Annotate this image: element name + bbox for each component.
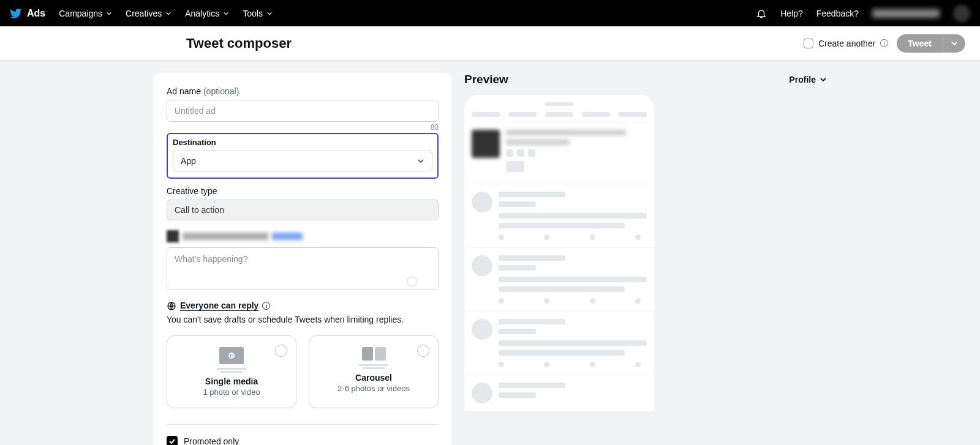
nav-help[interactable]: Help? — [780, 9, 803, 18]
skeleton-avatar — [472, 192, 492, 212]
carousel-thumb-icon — [375, 347, 386, 361]
chevron-down-icon — [106, 10, 112, 17]
destination-section-highlighted: Destination App — [167, 133, 439, 179]
skeleton-avatar — [472, 255, 492, 276]
media-carousel-sub: 2-6 photos or videos — [317, 384, 431, 393]
promoted-only-toggle[interactable]: Promoted only — [167, 436, 439, 445]
profile-selector-label: Profile — [789, 75, 816, 84]
reply-settings[interactable]: Everyone can reply i — [167, 301, 439, 311]
avatar[interactable] — [953, 5, 970, 22]
preview-column: Preview Profile — [464, 73, 827, 411]
skeleton-tweet — [464, 375, 654, 411]
destination-select[interactable]: App — [173, 151, 432, 171]
info-icon[interactable]: i — [262, 302, 270, 310]
account-line — [167, 230, 439, 242]
media-options: Single media 1 photo or video Carousel 2… — [167, 335, 439, 408]
destination-label: Destination — [173, 138, 432, 147]
account-handle-redacted — [272, 233, 303, 240]
chevron-down-icon — [223, 10, 229, 17]
form-card: Ad name (optional) 80 Destination App Cr… — [153, 73, 452, 445]
skeleton-avatar — [472, 383, 492, 403]
reply-settings-help: You can't save drafts or schedule Tweets… — [167, 315, 439, 324]
radio-unchecked[interactable] — [275, 345, 287, 357]
skeleton-tweet — [464, 122, 654, 184]
preview-header: Preview Profile — [464, 73, 827, 86]
account-avatar-redacted — [167, 230, 179, 242]
ad-name-input[interactable] — [167, 100, 439, 122]
nav-analytics-label: Analytics — [185, 9, 219, 18]
nav-analytics[interactable]: Analytics — [185, 9, 229, 18]
ad-name-label: Ad name (optional) — [167, 86, 439, 96]
carousel-thumb-icon — [362, 347, 373, 361]
creative-type-value: Call to action — [167, 200, 439, 220]
media-single-title: Single media — [175, 376, 288, 386]
top-nav-right: Help? Feedback? — [756, 5, 970, 22]
device-tabs-skeleton — [464, 110, 654, 122]
info-icon[interactable]: i — [880, 39, 888, 47]
promoted-only-label: Promoted only — [184, 436, 239, 445]
ad-name-char-count: 80 — [167, 123, 439, 132]
bell-icon[interactable] — [756, 8, 767, 19]
char-progress-circle — [407, 276, 418, 287]
chevron-down-icon — [951, 40, 958, 47]
top-nav-left: Ads Campaigns Creatives Analytics Tools — [10, 7, 273, 20]
media-carousel-title: Carousel — [317, 373, 431, 383]
subheader-right: Create another i Tweet — [804, 34, 965, 53]
account-name-redacted — [872, 9, 940, 18]
tweet-button-group: Tweet — [897, 34, 965, 53]
media-option-carousel[interactable]: Carousel 2-6 photos or videos — [309, 335, 439, 408]
page-title: Tweet composer — [186, 36, 292, 51]
account-name-redacted — [183, 233, 268, 240]
nav-tools[interactable]: Tools — [243, 9, 273, 18]
tweet-text-input[interactable] — [167, 247, 439, 290]
skeleton-tweet — [464, 184, 654, 248]
content-inner: Ad name (optional) 80 Destination App Cr… — [153, 73, 827, 445]
check-icon — [168, 438, 176, 445]
tweet-button[interactable]: Tweet — [897, 34, 943, 53]
ad-name-optional: (optional) — [203, 86, 239, 96]
nav-tools-label: Tools — [243, 9, 263, 18]
create-another-toggle[interactable]: Create another i — [804, 39, 888, 48]
ad-name-label-text: Ad name — [167, 86, 201, 96]
subheader: Tweet composer Create another i Tweet — [0, 26, 980, 61]
twitter-bird-icon — [10, 7, 22, 20]
divider — [167, 424, 439, 425]
nav-campaigns-label: Campaigns — [59, 9, 102, 18]
skeleton-avatar — [472, 130, 500, 158]
skeleton-avatar — [472, 319, 492, 340]
globe-icon — [167, 301, 176, 311]
chevron-down-icon — [820, 76, 827, 83]
preview-title: Preview — [464, 73, 508, 86]
create-another-label: Create another — [818, 39, 875, 48]
checkbox-empty[interactable] — [804, 39, 813, 48]
top-nav: Ads Campaigns Creatives Analytics Tools … — [0, 0, 980, 26]
nav-feedback[interactable]: Feedback? — [816, 9, 859, 18]
skeleton-tweet — [464, 312, 654, 375]
destination-value: App — [181, 156, 196, 166]
preview-device — [464, 95, 654, 411]
single-media-thumb-icon — [219, 347, 244, 364]
media-single-sub: 1 photo or video — [175, 387, 288, 397]
nav-creatives[interactable]: Creatives — [126, 9, 172, 18]
nav-creatives-label: Creatives — [126, 9, 162, 18]
nav-campaigns[interactable]: Campaigns — [59, 9, 112, 18]
skeleton-tweet — [464, 248, 654, 312]
device-status-bar — [464, 100, 654, 110]
chevron-down-icon — [165, 10, 172, 17]
radio-unchecked[interactable] — [417, 345, 429, 357]
chevron-down-icon — [266, 10, 273, 17]
checkbox-checked[interactable] — [167, 436, 178, 445]
media-option-single[interactable]: Single media 1 photo or video — [167, 335, 296, 408]
reply-settings-label: Everyone can reply — [180, 301, 258, 311]
profile-selector[interactable]: Profile — [789, 75, 827, 84]
brand-text: Ads — [27, 8, 45, 19]
tweet-button-dropdown[interactable] — [943, 34, 965, 53]
chevron-down-icon — [417, 157, 424, 165]
creative-type-label: Creative type — [167, 186, 439, 196]
content-wrap: Ad name (optional) 80 Destination App Cr… — [0, 61, 980, 445]
brand[interactable]: Ads — [10, 7, 45, 20]
